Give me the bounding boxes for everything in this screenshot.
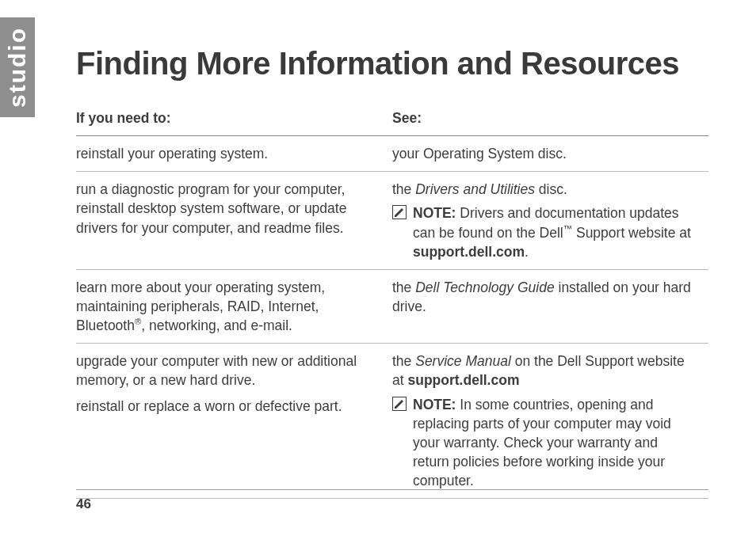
page-number: 46 <box>76 496 91 512</box>
page: studio Finding More Information and Reso… <box>0 0 756 536</box>
sidebar-label: studio <box>4 27 31 108</box>
need-cell: upgrade your computer with new or additi… <box>76 344 392 499</box>
table-row: learn more about your operating system, … <box>76 269 708 343</box>
col-header-see: See: <box>392 104 708 136</box>
see-cell: the Dell Technology Guide installed on y… <box>392 269 708 343</box>
sidebar-tab: studio <box>0 17 35 117</box>
see-cell: your Operating System disc. <box>392 136 708 172</box>
col-header-need: If you need to: <box>76 104 392 136</box>
table-row: run a diagnostic program for your comput… <box>76 172 708 270</box>
resources-table: If you need to: See: reinstall your oper… <box>76 104 708 499</box>
see-cell: the Service Manual on the Dell Support w… <box>392 344 708 499</box>
see-text: the Service Manual on the Dell Support w… <box>392 353 685 388</box>
content-area: Finding More Information and Resources I… <box>76 46 708 499</box>
table-row: reinstall your operating system. your Op… <box>76 136 708 172</box>
table-row: upgrade your computer with new or additi… <box>76 344 708 499</box>
note-block: NOTE: Drivers and documentation updates … <box>392 203 694 260</box>
note-block: NOTE: In some countries, opening and rep… <box>392 395 694 491</box>
need-cell: learn more about your operating system, … <box>76 269 392 343</box>
need-cell: reinstall your operating system. <box>76 136 392 172</box>
page-title: Finding More Information and Resources <box>76 46 708 82</box>
note-icon <box>392 205 407 219</box>
need-cell: run a diagnostic program for your comput… <box>76 172 392 270</box>
note-text: NOTE: In some countries, opening and rep… <box>413 395 694 491</box>
footer-rule <box>76 489 708 490</box>
note-icon <box>392 397 407 411</box>
note-text: NOTE: Drivers and documentation updates … <box>413 203 694 260</box>
see-cell: the Drivers and Utilities disc. NOTE: Dr… <box>392 172 708 270</box>
see-text: the Drivers and Utilities disc. <box>392 181 567 197</box>
